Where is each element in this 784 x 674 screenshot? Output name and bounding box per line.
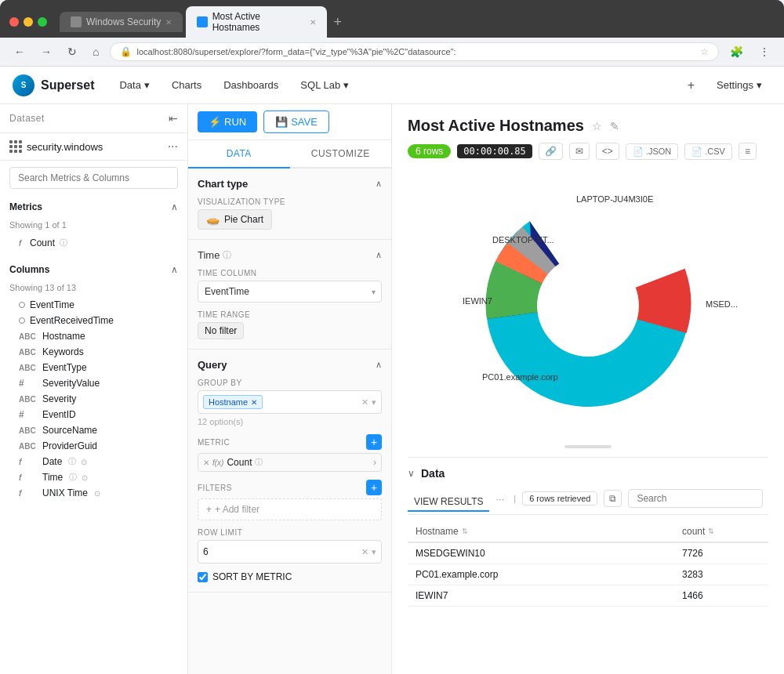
tab2-close[interactable]: ✕: [310, 18, 316, 27]
metrics-toggle[interactable]: ∧: [171, 201, 178, 212]
time-column-select[interactable]: EventTime: [198, 281, 382, 303]
results-search-input[interactable]: [628, 489, 763, 508]
col-header-hostname[interactable]: Hostname ⇅: [408, 521, 674, 543]
chart-type-title: Chart type: [198, 178, 248, 190]
query-collapse[interactable]: ∧: [376, 360, 382, 370]
date-info-icon[interactable]: ⓘ: [68, 456, 76, 467]
column-SourceName[interactable]: ABC SourceName: [0, 422, 187, 438]
col-header-count[interactable]: count ⇅: [674, 521, 768, 543]
mail-button[interactable]: ✉: [569, 143, 590, 160]
code-button[interactable]: <>: [596, 143, 619, 160]
nav-charts[interactable]: Charts: [162, 74, 211, 96]
results-more-button[interactable]: ···: [495, 493, 504, 505]
forward-button[interactable]: →: [36, 44, 56, 60]
add-filter-plus-icon: +: [206, 504, 212, 515]
unix-info-icon[interactable]: ⊙: [94, 489, 100, 498]
table-row[interactable]: MSEDGEWIN10 7726: [408, 543, 768, 564]
tab-data[interactable]: DATA: [188, 140, 290, 168]
dataset-more-button[interactable]: ···: [168, 140, 178, 154]
table-row[interactable]: IEWIN7 1466: [408, 585, 768, 607]
row-limit-dropdown[interactable]: ▾: [372, 547, 376, 557]
csv-button[interactable]: 📄 .CSV: [684, 143, 732, 160]
run-icon: ⚡: [209, 116, 221, 128]
row-limit-clear[interactable]: ✕: [361, 547, 368, 557]
column-Hostname[interactable]: ABC Hostname: [0, 328, 187, 344]
column-Keywords[interactable]: ABC Keywords: [0, 344, 187, 360]
column-EventReceivedTime[interactable]: EventReceivedTime: [0, 313, 187, 328]
dataset-collapse-button[interactable]: ⇤: [169, 112, 178, 125]
home-button[interactable]: ⌂: [88, 44, 103, 60]
column-Time[interactable]: f Time ⓘ ⊙: [0, 469, 187, 485]
data-toggle-arrow[interactable]: ∨: [408, 468, 415, 479]
cell-hostname-2: PC01.example.corp: [408, 564, 674, 585]
metric-item-count[interactable]: f Count ⓘ: [0, 234, 187, 252]
settings-button[interactable]: Settings ▾: [707, 76, 771, 94]
grid-icon[interactable]: [9, 140, 22, 153]
chart-type-collapse[interactable]: ∧: [376, 179, 382, 189]
menu-button[interactable]: ⋮: [754, 44, 775, 60]
time-info-icon[interactable]: ⓘ: [69, 472, 77, 483]
group-by-dropdown[interactable]: ▾: [372, 397, 376, 408]
metric-info-icon[interactable]: ⓘ: [60, 237, 67, 248]
metric-field[interactable]: ✕ f(x) Count ⓘ ›: [198, 453, 382, 472]
run-button[interactable]: ⚡ RUN: [198, 111, 257, 132]
address-bar[interactable]: 🔒 localhost:8080/superset/explore/?form_…: [110, 42, 719, 61]
browser-maximize-dot[interactable]: [38, 17, 47, 27]
column-Severity[interactable]: ABC Severity: [0, 391, 187, 407]
new-tab-button[interactable]: +: [327, 11, 348, 34]
column-EventID[interactable]: # EventID: [0, 407, 187, 422]
app-logo[interactable]: S Superset: [13, 74, 94, 96]
view-results-tab[interactable]: VIEW RESULTS: [408, 493, 489, 512]
chart-star-button[interactable]: ☆: [592, 120, 602, 132]
browser-tab-windows-security[interactable]: Windows Security ✕: [60, 12, 183, 32]
nav-dashboards[interactable]: Dashboards: [214, 74, 288, 96]
nav-sqlab[interactable]: SQL Lab ▾: [291, 74, 358, 96]
date-extra-icon[interactable]: ⊙: [81, 458, 87, 466]
add-filter-area[interactable]: + + Add filter: [198, 498, 382, 520]
metric-remove-button[interactable]: ✕: [203, 458, 209, 467]
metric-add-button[interactable]: +: [366, 434, 382, 450]
column-SeverityValue[interactable]: # SeverityValue: [0, 375, 187, 391]
browser-tab-active[interactable]: Most Active Hostnames ✕: [186, 6, 327, 38]
search-metrics-input[interactable]: [9, 167, 178, 189]
chart-edit-button[interactable]: ✎: [610, 120, 619, 132]
viz-type-badge[interactable]: 🥧 Pie Chart: [198, 209, 272, 230]
json-button[interactable]: 📄 .JSON: [626, 143, 678, 160]
metric-expand-icon[interactable]: ›: [373, 457, 376, 468]
browser-close-dot[interactable]: [9, 17, 19, 27]
column-UNIX-Time[interactable]: f UNIX Time ⊙: [0, 485, 187, 501]
column-EventType[interactable]: ABC EventType: [0, 360, 187, 375]
hostname-sort-icon[interactable]: ⇅: [462, 527, 468, 535]
group-by-field[interactable]: Hostname ✕ ✕ ▾: [198, 390, 382, 414]
row-limit-field[interactable]: 6 ✕ ▾: [198, 540, 382, 563]
plus-button[interactable]: +: [681, 75, 701, 96]
tab-customize[interactable]: CUSTOMIZE: [290, 140, 392, 168]
column-EventTime[interactable]: EventTime: [0, 297, 187, 313]
filter-add-button[interactable]: +: [366, 480, 382, 495]
time-collapse[interactable]: ∧: [376, 250, 382, 260]
middle-panel: ⚡ RUN 💾 SAVE DATA CUSTOMIZE Chart type ∧: [188, 104, 392, 674]
columns-toggle[interactable]: ∧: [171, 264, 178, 275]
table-row[interactable]: PC01.example.corp 3283: [408, 564, 768, 585]
time-extra-icon[interactable]: ⊙: [82, 473, 88, 482]
back-button[interactable]: ←: [9, 44, 30, 60]
time-range-badge[interactable]: No filter: [198, 322, 244, 339]
count-sort-icon[interactable]: ⇅: [708, 527, 714, 535]
time-title[interactable]: Time ⓘ: [198, 249, 231, 261]
link-button[interactable]: 🔗: [539, 143, 563, 160]
menu-button[interactable]: ≡: [739, 143, 757, 160]
extensions-button[interactable]: 🧩: [725, 44, 748, 60]
column-Date[interactable]: f Date ⓘ ⊙: [0, 454, 187, 469]
refresh-button[interactable]: ↻: [63, 44, 82, 60]
save-button[interactable]: 💾 SAVE: [263, 111, 329, 133]
dataset-selector[interactable]: security.windows ···: [0, 133, 187, 161]
browser-minimize-dot[interactable]: [24, 17, 33, 27]
nav-data[interactable]: Data ▾: [110, 74, 158, 96]
group-by-clear[interactable]: ✕: [361, 397, 368, 408]
metric-info-icon[interactable]: ⓘ: [255, 457, 263, 468]
group-by-tag-close[interactable]: ✕: [251, 398, 257, 407]
sort-by-metric-checkbox[interactable]: [198, 572, 208, 582]
copy-button[interactable]: ⧉: [604, 490, 622, 507]
column-ProviderGuid[interactable]: ABC ProviderGuid: [0, 438, 187, 454]
tab1-close[interactable]: ✕: [165, 18, 172, 27]
